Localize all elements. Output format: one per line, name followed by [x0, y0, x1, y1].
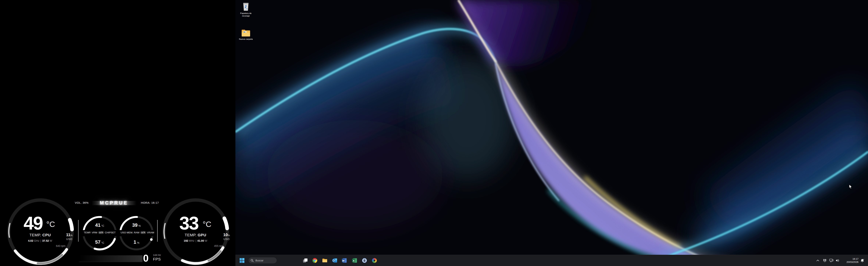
- chevron-up-icon: [816, 260, 819, 261]
- excel-button[interactable]: X: [350, 256, 359, 265]
- folder-glyph: [241, 29, 251, 37]
- ram-usage: 39 %: [125, 222, 148, 228]
- vrm-chipset-label: TEMP. VRM▲/▼CHIPSET: [80, 231, 119, 234]
- chipset-temp: 57 °C: [89, 239, 111, 245]
- volume-tray-button[interactable]: [835, 257, 841, 264]
- tray-clock[interactable]: 16:17 20/03/2026: [841, 257, 859, 264]
- right-monitor-desktop: Papelera de reciclaje Nueva carpeta: [236, 0, 868, 266]
- vrm-temp: 41 °C: [89, 222, 111, 228]
- volume-readout: VOL. 36%: [75, 201, 89, 205]
- clock-readout: HORA: 16:17: [141, 201, 159, 205]
- divider-right: [157, 220, 158, 242]
- recycle-bin-icon[interactable]: Papelera de reciclaje: [237, 2, 255, 17]
- left-monitor: VOL. 36% MCPRUE HORA: 16:17 49 °C TEMP. …: [0, 0, 236, 266]
- mouse-cursor: [849, 184, 853, 189]
- vram-usage: 1 %: [125, 239, 148, 245]
- start-button[interactable]: [238, 256, 246, 265]
- icon-label: Papelera de reciclaje: [237, 12, 255, 17]
- ram-vram-toggle[interactable]: ▲/▼: [140, 231, 146, 234]
- network-tray-button[interactable]: [828, 257, 835, 264]
- windows-logo-icon: [240, 258, 244, 263]
- notifications-button[interactable]: z: [859, 257, 865, 264]
- tray-time: 16:17: [841, 257, 859, 261]
- speaker-icon: [836, 259, 839, 262]
- icon-label: Nueva carpeta: [237, 38, 255, 41]
- network-ethernet-icon: [829, 259, 833, 262]
- excel-icon: X: [352, 258, 357, 263]
- chrome-button[interactable]: [311, 256, 319, 265]
- gpu-usage-capsule: [224, 218, 227, 229]
- search-input[interactable]: [255, 259, 276, 262]
- fps-value: 0: [143, 253, 149, 263]
- cpu-temp-value: 49: [24, 214, 42, 232]
- gpu-temp-unit: °C: [203, 220, 211, 229]
- fps-label: FPS: [153, 257, 161, 261]
- cpu-label: TEMP. CPU: [18, 233, 62, 237]
- word-button[interactable]: W: [340, 256, 348, 265]
- fps-progress-bar: [79, 255, 143, 262]
- cpu-fan-rpm: 640 rpm: [50, 244, 72, 247]
- task-view-icon: [303, 258, 308, 263]
- search-icon: [251, 259, 254, 262]
- outlook-button[interactable]: [331, 256, 339, 265]
- gpu-fan-arc-secondary: [209, 251, 221, 261]
- dropbox-tray-button[interactable]: [822, 257, 828, 264]
- cpu-usage: 11%: [63, 233, 76, 237]
- color-swirl-app-button[interactable]: [370, 256, 379, 265]
- svg-text:W: W: [342, 259, 345, 262]
- keepass-icon: [362, 258, 367, 263]
- keepass-button[interactable]: [360, 256, 369, 265]
- outlook-icon: [332, 258, 337, 263]
- vram-usage-dot: [150, 238, 153, 241]
- gpu-label: TEMP. GPU: [174, 233, 218, 237]
- cpu-spec-row: 4.02 GHz|37.52 W: [14, 239, 66, 242]
- file-explorer-button[interactable]: [320, 256, 329, 265]
- task-view-button[interactable]: [301, 256, 310, 265]
- hardware-monitor-widget: VOL. 36% MCPRUE HORA: 16:17 49 °C TEMP. …: [0, 195, 236, 266]
- vrm-chipset-toggle[interactable]: ▲/▼: [98, 231, 104, 234]
- gpu-temp-value: 33: [179, 214, 198, 232]
- divider-left: [78, 220, 79, 242]
- recycle-bin-glyph: [242, 2, 250, 11]
- gpu-usage-label: USO: [220, 238, 233, 241]
- svg-text:z: z: [863, 259, 864, 260]
- tray-chevron-button[interactable]: [815, 257, 821, 264]
- cpu-usage-capsule: [70, 220, 72, 230]
- new-folder-icon[interactable]: Nueva carpeta: [237, 29, 255, 41]
- wallpaper: [236, 0, 868, 266]
- taskbar: W X: [236, 255, 868, 266]
- dropbox-icon: [823, 259, 827, 262]
- word-icon: W: [342, 258, 347, 263]
- tray-date: 20/03/2026: [841, 261, 859, 264]
- chrome-icon: [312, 258, 317, 263]
- taskbar-search[interactable]: [249, 258, 277, 263]
- cpu-usage-label: USO: [63, 238, 76, 241]
- file-explorer-icon: [322, 258, 327, 263]
- gpu-spec-row: 192 MHz|41.00 W: [170, 239, 221, 242]
- mcprue-logo: MCPRUE: [92, 200, 136, 206]
- notification-bell-icon: z: [860, 259, 864, 263]
- gpu-fan-rpm: 455 rpm: [208, 244, 230, 247]
- refresh-rate: 144 Hz: [153, 254, 161, 257]
- cpu-temp-unit: °C: [46, 220, 55, 229]
- gpu-usage: 10%: [220, 233, 233, 237]
- color-swirl-icon: [372, 258, 377, 263]
- ram-vram-label: USO MEM. RAM▲/▼VRAM: [118, 231, 157, 234]
- svg-text:X: X: [353, 259, 354, 262]
